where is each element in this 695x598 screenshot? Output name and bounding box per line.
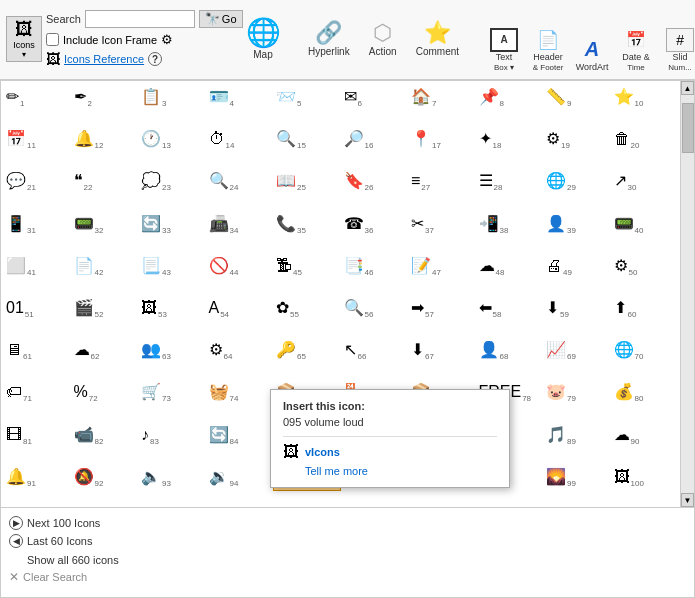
map-button[interactable]: 🌐 Map [238,17,288,62]
icon-cell-43[interactable]: 📃43 [138,252,206,280]
icon-cell-99[interactable]: 🌄99 [543,463,611,491]
icon-cell-91[interactable]: 🔔91 [3,463,71,491]
icon-cell-1[interactable]: ✏1 [3,83,71,111]
icon-cell-25[interactable]: 📖25 [273,167,341,195]
popup-source-link[interactable]: vIcons [305,446,340,458]
icon-cell-48[interactable]: ☁48 [476,252,544,280]
icon-cell-53[interactable]: 🖼53 [138,294,206,322]
icon-cell-65[interactable]: 🔑65 [273,336,341,364]
icon-cell-67[interactable]: ⬇67 [408,336,476,364]
icon-cell-20[interactable]: 🗑20 [611,125,679,153]
icon-cell-2[interactable]: ✒2 [71,83,139,111]
wordart-button[interactable]: A WordArt [571,38,613,75]
clear-search-link[interactable]: ✕ Clear Search [9,570,686,584]
icon-cell-10[interactable]: ⭐10 [611,83,679,111]
last-icons-link[interactable]: ◀ Last 60 Icons [9,532,686,550]
icon-cell-55[interactable]: ✿55 [273,294,341,322]
icon-cell-33[interactable]: 🔄33 [138,210,206,238]
icon-cell-18[interactable]: ✦18 [476,125,544,153]
icon-cell-46[interactable]: 📑46 [341,252,409,280]
icon-cell-57[interactable]: ➡57 [408,294,476,322]
icon-cell-49[interactable]: 🖨49 [543,252,611,280]
scroll-track[interactable] [681,95,694,493]
icon-cell-100[interactable]: 🖼100 [611,463,679,491]
icon-cell-4[interactable]: 🪪4 [206,83,274,111]
icon-cell-14[interactable]: ⏱14 [206,125,274,153]
slide-number-button[interactable]: # SlidNum... [659,28,695,75]
icon-cell-8[interactable]: 📌8 [476,83,544,111]
icon-cell-37[interactable]: ✂37 [408,210,476,238]
icon-cell-72[interactable]: %72 [71,378,139,406]
icon-cell-31[interactable]: 📱31 [3,210,71,238]
icon-cell-70[interactable]: 🌐70 [611,336,679,364]
icon-cell-80[interactable]: 💰80 [611,378,679,406]
textbox-button[interactable]: A TextBox ▾ [483,28,525,75]
icon-cell-92[interactable]: 🔕92 [71,463,139,491]
icon-cell-34[interactable]: 📠34 [206,210,274,238]
icon-cell-54[interactable]: A54 [206,294,274,322]
icon-cell-89[interactable]: 🎵89 [543,421,611,449]
icon-cell-93[interactable]: 🔈93 [138,463,206,491]
icon-cell-66[interactable]: ↖66 [341,336,409,364]
icon-cell-11[interactable]: 📅11 [3,125,71,153]
icon-cell-63[interactable]: 👥63 [138,336,206,364]
icon-cell-16[interactable]: 🔎16 [341,125,409,153]
icon-cell-61[interactable]: 🖥61 [3,336,71,364]
icon-cell-71[interactable]: 🏷71 [3,378,71,406]
icon-cell-45[interactable]: 🗜45 [273,252,341,280]
icon-cell-83[interactable]: ♪83 [138,421,206,449]
show-all-link[interactable]: Show all 660 icons [9,552,686,568]
gear-icon[interactable]: ⚙ [161,32,173,47]
icon-cell-42[interactable]: 📄42 [71,252,139,280]
icon-cell-94[interactable]: 🔉94 [206,463,274,491]
icon-cell-39[interactable]: 👤39 [543,210,611,238]
icon-cell-3[interactable]: 📋3 [138,83,206,111]
icon-cell-90[interactable]: ☁90 [611,421,679,449]
scroll-down-arrow[interactable]: ▼ [681,493,694,507]
icon-cell-69[interactable]: 📈69 [543,336,611,364]
icon-cell-52[interactable]: 🎬52 [71,294,139,322]
icon-cell-32[interactable]: 📟32 [71,210,139,238]
comment-button[interactable]: ⭐ Comment [408,21,467,58]
search-input[interactable] [85,10,195,28]
icon-cell-64[interactable]: ⚙64 [206,336,274,364]
icon-cell-74[interactable]: 🧺74 [206,378,274,406]
icon-cell-7[interactable]: 🏠7 [408,83,476,111]
next-icons-link[interactable]: ▶ Next 100 Icons [9,514,686,532]
icon-cell-23[interactable]: 💭23 [138,167,206,195]
icon-cell-68[interactable]: 👤68 [476,336,544,364]
icons-dropdown-button[interactable]: 🖼 Icons ▾ [6,16,42,62]
header-footer-button[interactable]: 📄 Header& Footer [527,28,569,75]
icon-cell-44[interactable]: 🚫44 [206,252,274,280]
icon-cell-41[interactable]: ⬜41 [3,252,71,280]
icon-cell-40[interactable]: 📟40 [611,210,679,238]
action-button[interactable]: ⬡ Action [358,21,408,58]
icon-cell-82[interactable]: 📹82 [71,421,139,449]
icon-cell-50[interactable]: ⚙50 [611,252,679,280]
icon-cell-38[interactable]: 📲38 [476,210,544,238]
icon-cell-35[interactable]: 📞35 [273,210,341,238]
icon-cell-36[interactable]: ☎36 [341,210,409,238]
icon-cell-21[interactable]: 💬21 [3,167,71,195]
icon-cell-73[interactable]: 🛒73 [138,378,206,406]
scroll-up-arrow[interactable]: ▲ [681,81,694,95]
icon-cell-27[interactable]: ≡27 [408,167,476,195]
icon-cell-84[interactable]: 🔄84 [206,421,274,449]
icon-cell-17[interactable]: 📍17 [408,125,476,153]
icon-cell-47[interactable]: 📝47 [408,252,476,280]
go-button[interactable]: 🔭 Go [199,10,243,28]
icon-cell-30[interactable]: ↗30 [611,167,679,195]
icon-cell-6[interactable]: ✉6 [341,83,409,111]
scroll-thumb[interactable] [682,103,694,153]
icon-cell-81[interactable]: 🎞81 [3,421,71,449]
help-icon[interactable]: ? [148,52,162,66]
icon-cell-56[interactable]: 🔍56 [341,294,409,322]
icon-cell-29[interactable]: 🌐29 [543,167,611,195]
icon-cell-22[interactable]: ❝22 [71,167,139,195]
icon-cell-15[interactable]: 🔍15 [273,125,341,153]
icon-cell-58[interactable]: ⬅58 [476,294,544,322]
icon-cell-60[interactable]: ⬆60 [611,294,679,322]
icon-cell-13[interactable]: 🕐13 [138,125,206,153]
date-time-button[interactable]: 📅 Date &Time [615,28,657,75]
icon-cell-51[interactable]: 0151 [3,294,71,322]
